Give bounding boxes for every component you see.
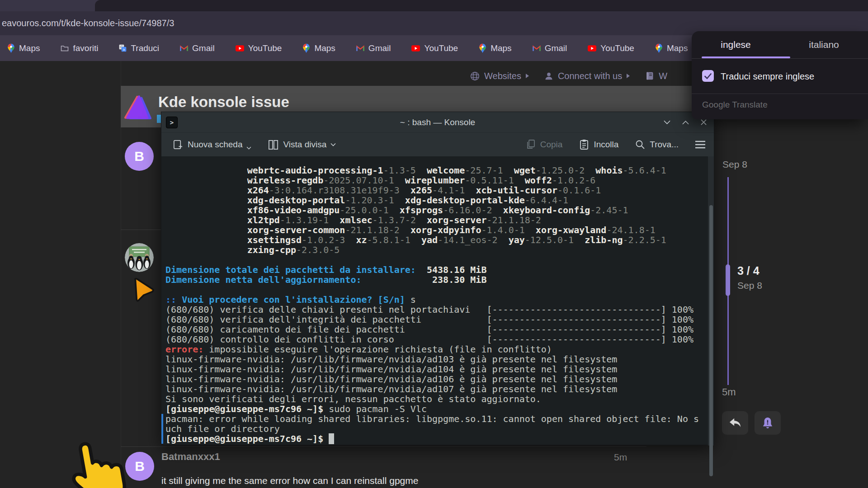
timeline-last-activity[interactable]: 5m xyxy=(722,386,736,398)
folder-icon xyxy=(61,45,69,52)
bookmark-label: YouTube xyxy=(424,43,458,53)
terminal-scrollbar[interactable] xyxy=(708,156,714,446)
hamburger-menu-icon xyxy=(695,141,706,149)
timeline-handle[interactable] xyxy=(726,264,730,296)
terminal-line: wireless-regdb-2025.07.10-1 wireplumber-… xyxy=(165,175,714,185)
konsole-window-title: ~ : bash — Konsole xyxy=(161,117,714,127)
paste-button[interactable]: Incolla xyxy=(579,139,618,150)
copy-label: Copia xyxy=(540,140,563,150)
konsole-titlebar[interactable]: > ~ : bash — Konsole xyxy=(161,112,714,132)
bookmark-gmail[interactable]: Gmail xyxy=(356,43,391,53)
bookmark-youtube[interactable]: YouTube xyxy=(588,43,634,53)
timeline-start-date[interactable]: Sep 8 xyxy=(722,159,747,170)
avatar-letter: B xyxy=(135,459,145,474)
bookmark-maps[interactable]: Maps xyxy=(655,43,688,53)
bookmark-youtube[interactable]: YouTube xyxy=(411,43,458,53)
terminal-line: Dimensione netta dell'aggiornamento: 238… xyxy=(165,275,714,285)
terminal-output[interactable]: webrtc-audio-processing-1-1.3-5 welcome-… xyxy=(161,156,714,446)
terminal-line: [giuseppe@giuseppe-ms7c96 ~]$ sudo pacma… xyxy=(165,404,714,414)
translate-tab-inglese[interactable]: inglese xyxy=(692,31,780,58)
terminal-line: errore: impossibile eseguire l'operazion… xyxy=(165,344,714,354)
bookmark-maps[interactable]: Maps xyxy=(302,43,335,53)
highlight-fragment xyxy=(157,115,161,123)
menu-button[interactable] xyxy=(695,141,706,149)
terminal-line: Dimensione totale dei pacchetti da insta… xyxy=(165,265,714,275)
bookmark-label: Traduci xyxy=(131,43,159,53)
split-view-icon xyxy=(268,139,279,150)
timeline-position: 3 / 4 xyxy=(737,264,760,277)
bookmark-label: Maps xyxy=(19,43,40,53)
browser-tab[interactable] xyxy=(95,0,868,11)
translate-tab-italiano[interactable]: italiano xyxy=(780,31,868,58)
youtube-icon xyxy=(236,45,244,52)
new-tab-icon xyxy=(172,139,184,150)
split-view-button[interactable]: Vista divisa xyxy=(268,139,336,150)
reply-arrow-icon xyxy=(728,417,742,429)
nav-item-w[interactable]: W xyxy=(645,71,667,81)
post-username[interactable]: Batmanxxx1 xyxy=(161,451,220,463)
terminal-line: linux-firmware-nvidia: /usr/lib/firmware… xyxy=(165,364,714,374)
post2-avatar-penguins[interactable] xyxy=(125,243,154,272)
nav-label: W xyxy=(659,71,667,81)
terminal-line: linux-firmware-nvidia: /usr/lib/firmware… xyxy=(165,354,714,364)
bookmark-label: Maps xyxy=(491,43,511,53)
close-button[interactable] xyxy=(701,119,707,125)
browser-tab-strip xyxy=(0,0,868,11)
terminal-line: (680/680) verifica delle chiavi presenti… xyxy=(165,305,714,314)
translate-icon: Ga xyxy=(119,44,127,52)
bookmark-favoriti[interactable]: favoriti xyxy=(61,43,98,53)
search-icon xyxy=(635,139,646,150)
konsole-window: > ~ : bash — Konsole Nuova scheda xyxy=(161,112,714,445)
nav-item-connect-with-us[interactable]: Connect with us xyxy=(544,71,630,81)
maps-icon xyxy=(302,43,310,53)
terminal-line: xl2tpd-1.3.19-1 xmlsec-1.3.7-2 xorg-serv… xyxy=(165,215,714,225)
terminal-line: (680/680) caricamento dei file dei pacch… xyxy=(165,324,714,334)
copy-button[interactable]: Copia xyxy=(525,139,563,150)
bookmark-maps[interactable]: Maps xyxy=(7,43,40,53)
endeavouros-logo-icon[interactable] xyxy=(123,92,153,122)
terminal-line: webrtc-audio-processing-1-1.3-5 welcome-… xyxy=(165,165,714,175)
terminal-line: xsettingsd-1.0.2-3 xz-5.8.1-1 yad-14.1_e… xyxy=(165,235,714,245)
paste-label: Incolla xyxy=(594,140,618,150)
minimize-button[interactable] xyxy=(664,120,670,125)
maps-icon xyxy=(479,43,486,53)
reply-button[interactable] xyxy=(722,411,748,435)
notification-bell-button[interactable] xyxy=(755,411,781,435)
terminal-line: xf86-video-amdgpu-25.0.0-1 xfsprogs-6.16… xyxy=(165,205,714,215)
maximize-button[interactable] xyxy=(682,120,689,125)
bookmark-gmail[interactable]: Gmail xyxy=(533,43,567,53)
youtube-icon xyxy=(588,45,596,52)
new-tab-button[interactable]: Nuova scheda xyxy=(172,139,251,150)
split-view-label: Vista divisa xyxy=(283,140,326,150)
bookmark-label: Gmail xyxy=(368,43,391,53)
bookmark-maps[interactable]: Maps xyxy=(479,43,511,53)
orange-pointer-cursor-icon xyxy=(132,277,156,305)
nav-item-websites[interactable]: Websites xyxy=(470,71,529,81)
caret-right-icon xyxy=(526,74,529,78)
bookmark-gmail[interactable]: Gmail xyxy=(180,43,215,53)
bookmark-traduci[interactable]: GaTraduci xyxy=(119,43,159,53)
terminal-line xyxy=(165,255,714,265)
terminal-line: uch file or directory xyxy=(165,424,714,434)
url-text: eavouros.com/t/kde-konsole-issue/74987/3 xyxy=(2,11,174,35)
google-translate-footer: Google Translate xyxy=(702,100,768,110)
post-message: it still giving me the same error how ca… xyxy=(161,475,418,486)
maps-icon xyxy=(7,43,15,53)
find-label: Trova... xyxy=(650,140,679,150)
scrollbar-thumb[interactable] xyxy=(709,205,713,476)
bookmark-label: Gmail xyxy=(192,43,215,53)
caret-right-icon xyxy=(627,74,630,78)
terminal-line: (680/680) controllo dei conflitti in cor… xyxy=(165,334,714,344)
always-translate-label[interactable]: Traduci sempre inglese xyxy=(721,71,814,82)
terminal-line: x264-3:0.164.r3108.31e19f9-3 x265-4.1-1 … xyxy=(165,185,714,195)
timeline-position-date: Sep 8 xyxy=(737,280,762,291)
bookmark-label: YouTube xyxy=(248,43,282,53)
always-translate-checkbox[interactable] xyxy=(702,70,714,82)
bell-icon xyxy=(762,417,774,429)
globe-icon xyxy=(470,71,480,81)
terminal-line xyxy=(165,285,714,295)
bookmark-youtube[interactable]: YouTube xyxy=(236,43,282,53)
post1-avatar[interactable]: B xyxy=(125,142,154,171)
chevron-down-icon xyxy=(330,143,336,146)
find-button[interactable]: Trova... xyxy=(635,139,679,150)
